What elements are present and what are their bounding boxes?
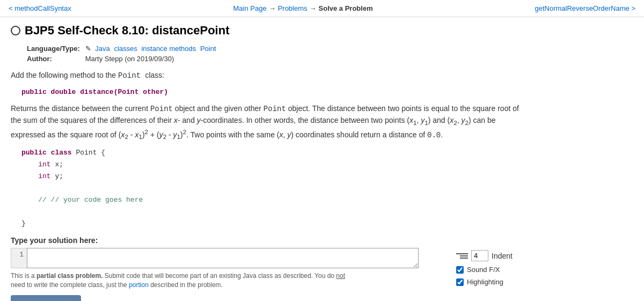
point-link[interactable]: Point: [200, 45, 216, 53]
problem-title: BJP5 Self-Check 8.10: distancePoint: [25, 24, 229, 38]
author-value: Marty Stepp (on 2019/09/30): [85, 54, 216, 63]
problems-link[interactable]: Problems: [278, 4, 308, 12]
classes-link[interactable]: classes: [114, 45, 137, 53]
next-link[interactable]: getNormalReverseOrderName >: [535, 4, 635, 12]
partial-note: This is a partial class problem. Submit …: [11, 271, 360, 290]
arrow2: →: [310, 4, 317, 12]
main-content: BJP5 Self-Check 8.10: distancePoint Lang…: [0, 17, 537, 301]
zero-code: 0.0: [427, 130, 441, 139]
meta-table: Language/Type: ✎ Java classes instance m…: [26, 43, 217, 64]
indent-label: Indent: [492, 252, 513, 260]
top-nav: < methodCallSyntax Main Page → Problems …: [0, 0, 644, 17]
java-link[interactable]: Java: [95, 45, 109, 53]
code-textarea[interactable]: [27, 248, 419, 268]
portion-link[interactable]: portion: [129, 281, 149, 289]
description-block: Add the following method to the Point cl…: [11, 70, 526, 230]
indent-icon: [456, 252, 468, 260]
highlighting-label: Highlighting: [467, 278, 503, 286]
current-page: Solve a Problem: [319, 4, 373, 12]
breadcrumb: Main Page → Problems → Solve a Problem: [233, 4, 372, 12]
add-text2: class:: [145, 71, 164, 79]
add-text: Add the following method to the: [11, 71, 116, 79]
point-code-2: Point: [264, 105, 286, 113]
java-code-block: public class Point { int x; int y; // //…: [21, 147, 526, 230]
submit-button[interactable]: 🚀 Submit: [11, 295, 81, 301]
highlighting-checkbox-row: Highlighting: [456, 278, 526, 286]
solution-section: Type your solution here: 1 This is a par…: [11, 236, 526, 301]
prev-link[interactable]: < methodCallSyntax: [9, 4, 71, 12]
solution-row: 1 This is a partial class problem. Submi…: [11, 248, 526, 301]
sound-checkbox[interactable]: [456, 266, 464, 274]
language-icon: ✎: [85, 45, 91, 53]
main-page-link[interactable]: Main Page: [233, 4, 266, 12]
highlighting-checkbox[interactable]: [456, 278, 464, 286]
arrow1: →: [269, 4, 276, 12]
status-circle-icon: [11, 26, 20, 35]
solution-label: Type your solution here:: [11, 236, 526, 245]
right-panel: Indent Sound F/X Highlighting: [456, 248, 526, 286]
line-number: 1: [11, 248, 27, 268]
language-label: Language/Type:: [27, 44, 84, 53]
sound-label: Sound F/X: [467, 266, 500, 274]
instance-methods-link[interactable]: instance methods: [141, 45, 196, 53]
solution-left: 1 This is a partial class problem. Submi…: [11, 248, 445, 301]
method-signature: public double distance(Point other): [21, 87, 526, 98]
author-label: Author:: [27, 54, 84, 63]
textarea-wrapper: 1: [11, 248, 445, 268]
point-code-1: Point: [150, 105, 173, 113]
indent-input[interactable]: [471, 250, 488, 261]
sound-checkbox-row: Sound F/X: [456, 266, 526, 274]
point-class-inline: Point: [118, 71, 145, 80]
problem-title-row: BJP5 Self-Check 8.10: distancePoint: [11, 24, 526, 38]
indent-row: Indent: [456, 250, 526, 261]
